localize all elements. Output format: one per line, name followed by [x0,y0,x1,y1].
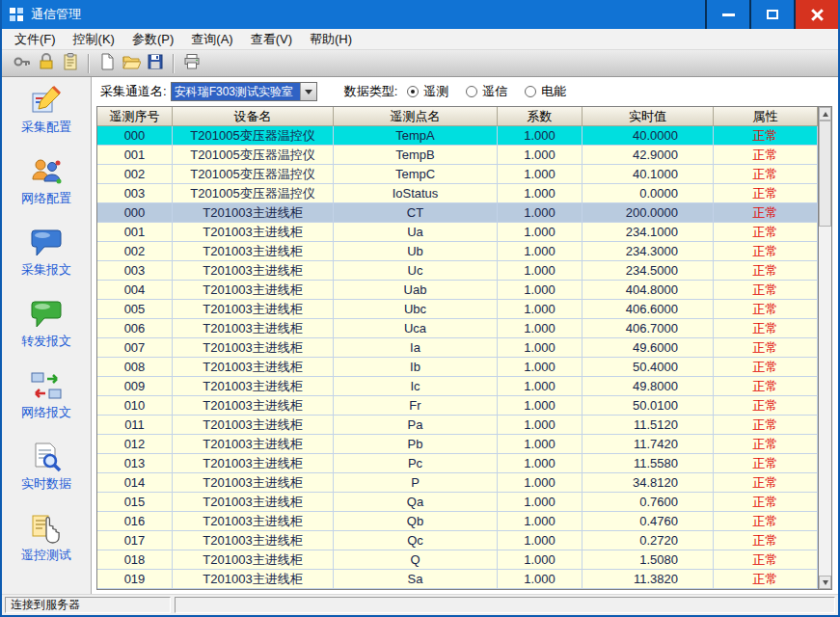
cell-seq: 018 [97,550,173,570]
cell-coef: 1.000 [498,126,583,146]
toolbar-button-open[interactable] [119,52,143,75]
cell-status: 正常 [714,319,818,338]
status-message: 连接到服务器 [5,597,171,613]
cell-status: 正常 [714,165,818,184]
menu-item-file[interactable]: 文件(F) [6,29,65,50]
cell-coef: 1.000 [498,377,583,396]
table-row[interactable]: 001T201003主进线柜Ua1.000234.1000正常 [97,223,818,242]
cell-device: T201003主进线柜 [173,358,334,377]
table-row[interactable]: 005T201003主进线柜Ubc1.000406.6000正常 [97,300,818,319]
minimize-button[interactable] [705,0,749,29]
sidebar-item-forward-message[interactable]: 转发报文 [4,298,89,350]
radio-telemetry[interactable]: 遥测 [407,83,448,100]
menu-item-params[interactable]: 参数(P) [123,29,182,50]
scrollbar-track[interactable] [819,121,831,576]
cell-value: 200.0000 [583,203,714,223]
table-row[interactable]: 018T201003主进线柜Q1.0001.5080正常 [97,550,818,570]
cell-value: 42.9000 [583,146,714,165]
table-row[interactable]: 003T201005变压器温控仪IoStatus1.0000.0000正常 [97,184,818,203]
sidebar-item-network-message[interactable]: 网络报文 [4,369,89,421]
cell-seq: 014 [97,473,173,493]
radio-energy[interactable]: 电能 [525,83,566,100]
cell-seq: 008 [97,358,173,377]
cell-device: T201003主进线柜 [173,454,334,473]
radio-icon [466,86,477,97]
cell-coef: 1.000 [498,473,583,493]
toolbar-button-key[interactable] [10,52,34,75]
sidebar-item-collect-config[interactable]: 采集配置 [4,84,89,136]
table-row[interactable]: 013T201003主进线柜Pc1.00011.5580正常 [97,454,818,473]
table-row[interactable]: 017T201003主进线柜Qc1.0000.2720正常 [97,531,818,550]
hand-pointer-icon [30,512,63,545]
column-header-point[interactable]: 遥测点名 [334,107,498,126]
table-row[interactable]: 004T201003主进线柜Uab1.000404.8000正常 [97,281,818,300]
menu-item-help[interactable]: 帮助(H) [301,29,361,50]
cell-point: Ub [334,242,498,261]
table-row[interactable]: 001T201005变压器温控仪TempB1.00042.9000正常 [97,146,818,165]
table-main: 遥测序号 设备名 遥测点名 系数 实时值 属性 000T201005变压器温控仪… [97,107,818,589]
scrollbar-thumb[interactable] [819,121,831,227]
sidebar-item-remote-test[interactable]: 遥控测试 [4,512,89,564]
scroll-down-button[interactable] [819,576,831,589]
column-header-status[interactable]: 属性 [714,107,818,126]
radio-telesignal[interactable]: 遥信 [466,83,507,100]
table-row[interactable]: 003T201003主进线柜Uc1.000234.5000正常 [97,261,818,281]
cell-point: Ib [334,358,498,377]
toolbar-button-lock[interactable] [34,52,58,75]
menu-item-view[interactable]: 查看(V) [242,29,301,50]
cell-status: 正常 [714,454,818,473]
column-header-seq[interactable]: 遥测序号 [97,107,173,126]
cell-coef: 1.000 [498,416,583,435]
table-row[interactable]: 010T201003主进线柜Fr1.00050.0100正常 [97,396,818,416]
cell-point: Sa [334,570,498,589]
cell-value: 50.4000 [583,358,714,377]
menu-item-query[interactable]: 查询(A) [182,29,241,50]
sidebar-item-network-config[interactable]: 网络配置 [4,155,89,207]
column-header-value[interactable]: 实时值 [583,107,714,126]
table-row[interactable]: 002T201005变压器温控仪TempC1.00040.1000正常 [97,165,818,184]
cell-value: 1.5080 [583,550,714,570]
channel-combobox[interactable]: 安科瑞F303测试实验室 [171,82,317,101]
toolbar-button-save[interactable] [143,52,167,75]
vertical-scrollbar[interactable] [818,107,831,589]
column-header-coef[interactable]: 系数 [498,107,583,126]
cell-point: CT [334,203,498,223]
table-row[interactable]: 014T201003主进线柜P1.00034.8120正常 [97,473,818,493]
toolbar-button-print[interactable] [179,52,203,75]
cell-point: Ia [334,338,498,358]
menu-item-control[interactable]: 控制(K) [65,29,123,50]
combo-dropdown-button[interactable] [300,83,316,100]
table-row[interactable]: 007T201003主进线柜Ia1.00049.6000正常 [97,338,818,358]
toolbar-button-new[interactable] [95,52,119,75]
table-row[interactable]: 009T201003主进线柜Ic1.00049.8000正常 [97,377,818,396]
scroll-up-button[interactable] [819,107,831,121]
cell-point: Ubc [334,300,498,319]
table-row[interactable]: 015T201003主进线柜Qa1.0000.7600正常 [97,493,818,512]
channel-label: 采集通道名: [100,83,167,100]
toolbar-button-clipboard[interactable] [58,52,82,75]
table-row[interactable]: 000T201005变压器温控仪TempA1.00040.0000正常 [97,126,818,146]
edit-icon [30,84,63,117]
table-row[interactable]: 002T201003主进线柜Ub1.000234.3000正常 [97,242,818,261]
cell-point: Pa [334,416,498,435]
table-row[interactable]: 011T201003主进线柜Pa1.00011.5120正常 [97,416,818,435]
cell-device: T201005变压器温控仪 [173,146,334,165]
window-title: 通信管理 [31,6,81,23]
cell-value: 49.6000 [583,338,714,358]
table-row[interactable]: 012T201003主进线柜Pb1.00011.7420正常 [97,435,818,454]
maximize-button[interactable] [749,0,794,29]
close-button[interactable] [794,0,838,29]
column-header-device[interactable]: 设备名 [173,107,334,126]
sidebar-item-realtime-data[interactable]: 实时数据 [4,441,89,493]
table-row[interactable]: 019T201003主进线柜Sa1.00011.3820正常 [97,570,818,589]
chevron-down-icon [305,90,312,94]
table-row[interactable]: 016T201003主进线柜Qb1.0000.4760正常 [97,512,818,531]
table-row[interactable]: 000T201003主进线柜CT1.000200.0000正常 [97,203,818,223]
sidebar-item-collect-message[interactable]: 采集报文 [4,227,89,279]
table-row[interactable]: 006T201003主进线柜Uca1.000406.7000正常 [97,319,818,338]
open-folder-icon [122,52,141,75]
cell-status: 正常 [714,493,818,512]
cell-coef: 1.000 [498,281,583,300]
lock-icon [37,52,56,75]
table-row[interactable]: 008T201003主进线柜Ib1.00050.4000正常 [97,358,818,377]
